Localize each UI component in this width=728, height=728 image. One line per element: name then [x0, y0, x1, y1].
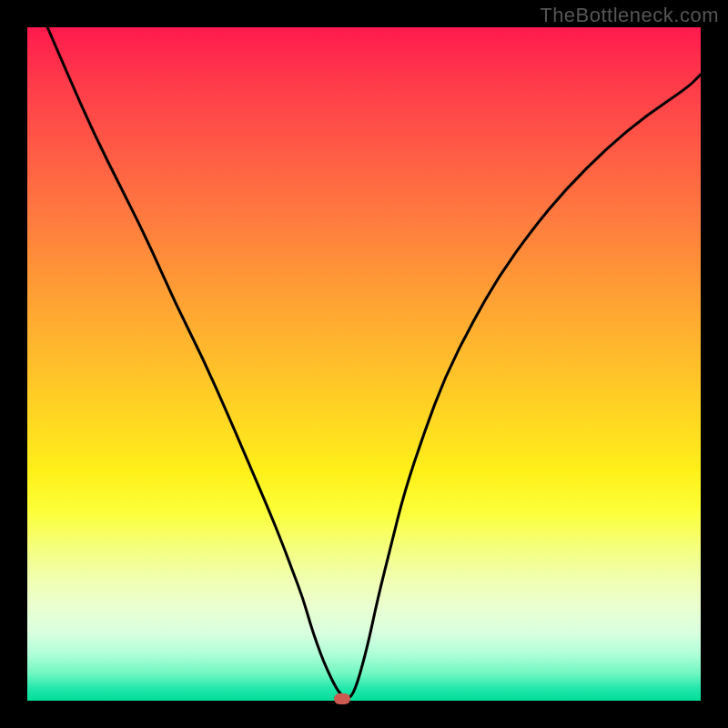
chart-frame: TheBottleneck.com	[0, 0, 728, 728]
plot-area	[27, 27, 701, 701]
bottleneck-curve	[47, 27, 701, 698]
watermark-text: TheBottleneck.com	[540, 4, 719, 27]
optimum-marker	[334, 693, 350, 704]
curve-svg	[27, 27, 701, 701]
